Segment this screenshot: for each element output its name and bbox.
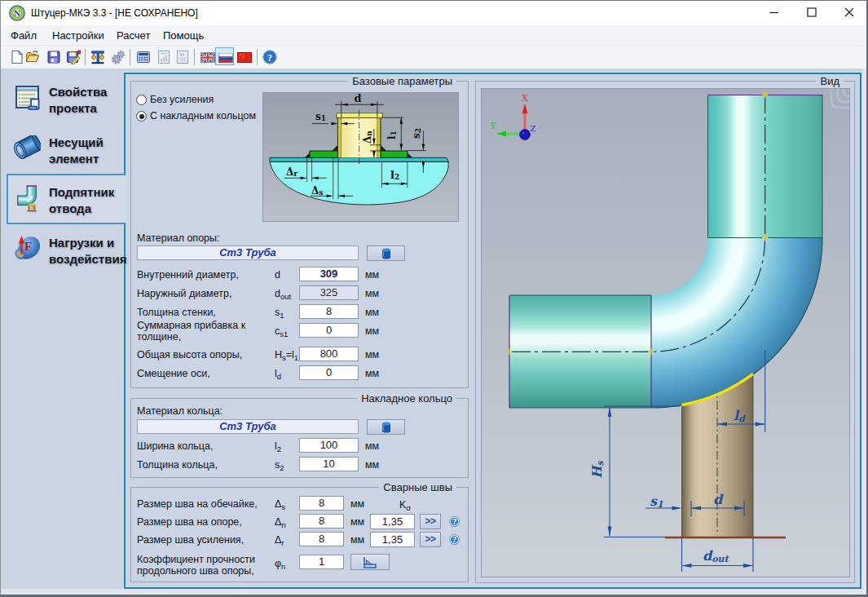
- input-wall-thickness[interactable]: 8: [299, 304, 359, 319]
- svg-text:d: d: [354, 93, 361, 104]
- input-ring-thickness[interactable]: 10: [299, 457, 359, 471]
- sidebar-item-loads[interactable]: F Нагрузки ивоздействия: [0, 232, 124, 281]
- view-3d-canvas[interactable]: ld Hs s1 d dout X Y Z: [481, 88, 850, 577]
- sidebar-item-elbow-support[interactable]: Подпятникотвода: [0, 174, 124, 224]
- row-label: Внутренний диаметр,: [137, 269, 239, 281]
- menu-settings[interactable]: Настройки: [52, 29, 104, 42]
- weld-seam-button[interactable]: [350, 554, 390, 570]
- input-inner-diameter[interactable]: 309: [299, 267, 359, 281]
- sidebar-item-label: Свойствапроекта: [49, 84, 107, 116]
- row-symbol: Hs=l1: [275, 349, 298, 362]
- lang-russian-flag-icon[interactable]: [218, 53, 233, 63]
- help-icon[interactable]: ?: [449, 534, 460, 545]
- row-label: Смещение оси,: [137, 368, 210, 379]
- svg-text:Hs: Hs: [589, 461, 606, 479]
- row-label: Размер шва усиления,: [137, 534, 244, 546]
- input-weld-reinforce[interactable]: 8: [299, 532, 344, 546]
- input-weld-shell[interactable]: 8: [299, 496, 344, 511]
- row-symbol: d: [275, 269, 280, 281]
- ksigma-pick-button[interactable]: >>: [420, 532, 441, 547]
- svg-text:?: ?: [267, 52, 272, 64]
- close-button[interactable]: [844, 7, 854, 17]
- pipe-bend: [651, 238, 822, 409]
- radio-label[interactable]: Без усиления: [150, 94, 214, 105]
- unit-label: мм: [365, 349, 379, 360]
- row-label: Размер шва на обечайке,: [137, 498, 258, 510]
- row-symbol: φn: [275, 558, 285, 571]
- unit-label: мм: [365, 307, 379, 318]
- row-symbol: Δn: [275, 516, 286, 529]
- maximize-button[interactable]: [807, 7, 817, 17]
- toolbar-separator: [130, 49, 130, 65]
- settings-gears-icon[interactable]: [111, 50, 126, 64]
- input-weld-strength-coef[interactable]: 1: [299, 555, 344, 569]
- unit-label: мм: [365, 325, 379, 337]
- radio-label[interactable]: С накладным кольцом: [150, 110, 256, 122]
- unit-label: мм: [350, 498, 364, 510]
- input-ring-width[interactable]: 100: [299, 438, 359, 453]
- group-legend: Базовые параметры: [348, 75, 456, 87]
- input-thickness-allowance[interactable]: 0: [299, 323, 359, 338]
- lang-chinese-flag-icon[interactable]: [237, 52, 252, 63]
- sidebar-item-label: Несущийэлемент: [49, 135, 104, 166]
- units-balance-icon[interactable]: [90, 50, 105, 64]
- calculate-icon[interactable]: [136, 50, 151, 64]
- material-db-icon: [381, 248, 391, 259]
- material-support-field[interactable]: Ст3 Труба: [137, 245, 359, 260]
- input-outer-diameter: 325: [299, 285, 359, 300]
- lang-english-flag-icon[interactable]: [200, 52, 215, 63]
- save-icon[interactable]: [46, 50, 61, 64]
- input-support-height[interactable]: 800: [299, 347, 359, 361]
- new-document-icon[interactable]: [10, 50, 24, 64]
- row-symbol: l2: [275, 440, 281, 453]
- watermark-logo: [831, 89, 849, 108]
- unit-label: мм: [350, 534, 364, 546]
- open-folder-icon[interactable]: [25, 50, 40, 64]
- material-ring-field[interactable]: Ст3 Труба: [137, 419, 359, 434]
- menu-calc[interactable]: Расчет: [117, 29, 150, 42]
- unit-label: мм: [350, 516, 364, 528]
- report-chart-icon[interactable]: [156, 50, 171, 64]
- report-document-icon[interactable]: W: [175, 50, 190, 64]
- axes-triad: X Y Z: [490, 93, 536, 139]
- unit-label: мм: [365, 269, 379, 281]
- row-label: Толщина стенки,: [137, 307, 216, 318]
- minimize-button[interactable]: [769, 8, 779, 18]
- menu-help[interactable]: Помощь: [163, 29, 204, 42]
- input-ksigma-support[interactable]: 1,35: [370, 514, 415, 529]
- material-db-icon: [381, 422, 391, 433]
- help-icon[interactable]: ?: [262, 50, 277, 64]
- window-border: [0, 0, 1, 597]
- sidebar-item-label: Нагрузки ивоздействия: [49, 235, 126, 267]
- menu-file[interactable]: Файл: [11, 29, 37, 42]
- ksigma-pick-button[interactable]: >>: [420, 514, 441, 529]
- row-symbol: dout: [275, 288, 291, 301]
- unit-label: мм: [365, 440, 379, 452]
- row-label: Коэффициент прочностипродольного шва опо…: [137, 554, 255, 577]
- row-label: Ширина кольца,: [137, 440, 213, 452]
- sidebar-item-label: Подпятникотвода: [49, 184, 114, 216]
- material-support-db-button[interactable]: [367, 245, 405, 261]
- svg-text:W: W: [179, 51, 185, 58]
- radio-with-pad-ring[interactable]: [136, 111, 147, 122]
- weld-seam-icon: [364, 556, 377, 568]
- svg-text:s1: s1: [650, 493, 663, 510]
- row-symbol: Δr: [275, 534, 284, 547]
- material-ring-db-button[interactable]: [367, 419, 405, 435]
- save-as-icon[interactable]: [66, 50, 81, 64]
- input-axis-offset[interactable]: 0: [299, 365, 359, 380]
- nozzle-diagram: d s1 Δn l1 s2 Δr Δs l2: [262, 92, 459, 222]
- input-weld-support[interactable]: 8: [299, 514, 344, 528]
- svg-text:d: d: [713, 492, 724, 507]
- radio-no-reinforcement[interactable]: [136, 95, 147, 105]
- row-symbol: cs1: [275, 325, 288, 338]
- material-ring-label: Материал кольца:: [137, 405, 223, 417]
- svg-text:N: N: [14, 8, 20, 18]
- elbow-support-icon: [16, 184, 37, 212]
- group-legend: Накладное кольцо: [357, 392, 456, 405]
- sidebar-item-project-properties[interactable]: Свойствапроекта: [0, 82, 124, 130]
- unit-label: мм: [365, 459, 379, 471]
- help-icon[interactable]: ?: [449, 516, 460, 527]
- input-ksigma-reinforce[interactable]: 1,35: [370, 532, 415, 547]
- svg-text:Z: Z: [531, 124, 536, 133]
